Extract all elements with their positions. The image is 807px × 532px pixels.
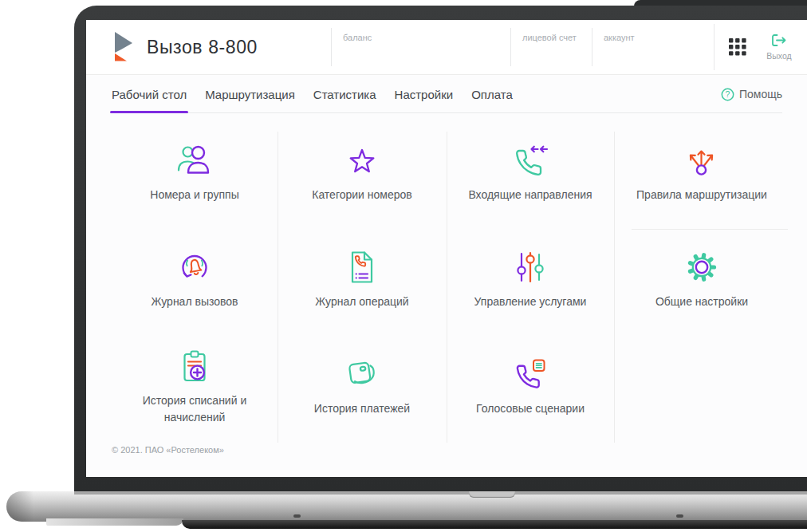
app-title: Вызов 8-800 — [147, 37, 258, 58]
app-screen: Вызов 8-800 баланс лицевой счет аккаунт … — [86, 20, 807, 477]
help-link[interactable]: ? Помощь — [721, 76, 782, 112]
tab-settings[interactable]: Настройки — [395, 76, 454, 112]
svg-text:?: ? — [726, 89, 730, 99]
header-divider — [331, 28, 332, 66]
tab-payment[interactable]: Оплата — [471, 76, 513, 112]
tile-voice-scenarios[interactable]: Голосовые сценарии — [447, 327, 614, 443]
app-header: Вызов 8-800 баланс лицевой счет аккаунт … — [86, 20, 807, 75]
header-divider — [714, 24, 714, 70]
bell-history-icon — [176, 246, 213, 286]
tab-statistics[interactable]: Статистика — [313, 76, 376, 112]
tile-call-log[interactable]: Журнал вызовов — [112, 229, 278, 327]
logo-area: Вызов 8-800 — [112, 31, 258, 63]
tile-numbers-and-groups[interactable]: Номера и группы — [112, 112, 278, 229]
tile-label: История списаний и начислений — [120, 392, 269, 426]
tile-operations-log[interactable]: Журнал операций — [278, 229, 447, 327]
tile-label: Правила маршрутизации — [636, 187, 767, 203]
copyright: © 2021. ПАО «Ростелеком» — [112, 445, 224, 455]
laptop-hinge — [74, 491, 807, 495]
laptop-base-shadow — [46, 518, 183, 526]
personal-account-label: лицевой счет — [522, 33, 577, 42]
laptop-latch-notch — [469, 491, 515, 498]
tile-routing-rules[interactable]: Правила маршрутизации — [614, 112, 789, 229]
laptop-vent-dot — [293, 514, 301, 518]
sliders-icon — [512, 246, 549, 286]
tile-label: Голосовые сценарии — [476, 400, 585, 417]
tile-label: Категории номеров — [312, 187, 412, 203]
tile-label: Управление услугами — [474, 294, 587, 310]
star-icon — [344, 139, 380, 179]
tile-general-settings[interactable]: Общие настройки — [614, 229, 789, 327]
document-phone-icon — [344, 246, 380, 286]
tile-incoming-directions[interactable]: Входящие направления — [447, 112, 614, 229]
tile-label: Журнал операций — [315, 294, 408, 310]
tile-label: Журнал вызовов — [151, 294, 238, 310]
logout-icon — [771, 33, 787, 47]
tab-desktop[interactable]: Рабочий стол — [112, 76, 187, 112]
header-divider — [510, 28, 511, 66]
tile-label: История платежей — [314, 400, 410, 417]
tile-label: Общие настройки — [655, 294, 748, 310]
rostelecom-logo-icon — [112, 31, 136, 63]
help-label: Помощь — [739, 88, 782, 100]
logout-button[interactable]: Выход — [758, 33, 800, 61]
nav-tabbar: Рабочий стол Маршрутизация Статистика На… — [112, 76, 782, 113]
logout-label: Выход — [758, 51, 800, 61]
laptop-base — [6, 491, 807, 522]
help-question-icon: ? — [721, 88, 734, 101]
laptop-base-bottom-edge — [182, 520, 807, 529]
tile-label: Входящие направления — [468, 187, 592, 203]
laptop-vent-dot — [676, 514, 683, 518]
users-icon — [176, 139, 213, 179]
phone-incoming-icon — [512, 139, 549, 179]
gear-icon — [683, 246, 720, 286]
tab-routing[interactable]: Маршрутизация — [205, 76, 295, 112]
tile-charges-history[interactable]: История списаний и начислений — [112, 327, 278, 443]
account-label: аккаунт — [604, 33, 635, 42]
tile-payments-history[interactable]: История платежей — [278, 327, 447, 443]
tile-service-management[interactable]: Управление услугами — [447, 229, 614, 327]
route-branch-icon — [683, 139, 720, 179]
balance-label: баланс — [343, 33, 372, 42]
phone-script-icon — [512, 353, 549, 392]
dashboard-grid: Номера и группы Категории номеров — [112, 112, 789, 443]
empty-cell — [614, 327, 789, 443]
clipboard-plus-icon — [176, 345, 213, 384]
tile-number-categories[interactable]: Категории номеров — [278, 112, 447, 229]
header-divider — [592, 28, 592, 66]
apps-grid-icon[interactable] — [729, 38, 746, 56]
tile-label: Номера и группы — [150, 187, 238, 203]
wallet-icon — [344, 353, 380, 392]
